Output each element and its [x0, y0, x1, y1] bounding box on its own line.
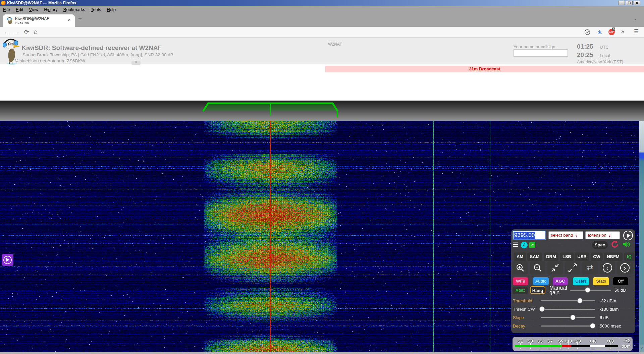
refresh-icon[interactable] [611, 240, 619, 248]
s-meter-unit: dBm [622, 344, 631, 349]
panel-tab-agc[interactable]: AGC [553, 277, 568, 285]
mode-button-am[interactable]: AM [514, 252, 526, 261]
speaker-icon[interactable] [622, 240, 631, 248]
frequency-scale[interactable]: 9.370 MHz9.375 MHz9.380 MHz9.385 MHz9.39… [0, 101, 644, 121]
mode-button-cw[interactable]: CW [591, 252, 603, 261]
s-meter-tick [560, 343, 561, 345]
slider-label-threshold: Threshold [513, 298, 532, 303]
s-meter-tick [520, 343, 521, 345]
tab-close-icon[interactable]: × [68, 17, 71, 22]
mode-button-lsb[interactable]: LSB [560, 252, 574, 261]
mode-button-drm[interactable]: DRM [544, 252, 558, 261]
panel-tab-stats[interactable]: Stats [593, 277, 609, 285]
reload-icon[interactable]: ⟳ [24, 29, 29, 35]
window-title-bar: KiwiSDR@W2NAF — Mozilla Firefox _ ❐ ✕ [0, 0, 644, 6]
select-band-dropdown[interactable]: select band∨ [548, 231, 583, 239]
minimize-button[interactable]: _ [618, 1, 625, 5]
scroll-up-chevron-icon[interactable]: ∧ [639, 120, 644, 124]
page-left-button[interactable]: ‹ [600, 261, 615, 275]
audio-start-button[interactable] [2, 254, 13, 266]
menu-history[interactable]: History [44, 7, 57, 12]
menu-file[interactable]: File [3, 7, 10, 12]
frequency-value: 9395.00 [514, 232, 535, 239]
zoom-out-button[interactable] [530, 261, 545, 275]
header-collapse-chevron-icon[interactable]: ∨ [131, 61, 141, 65]
slider-track[interactable] [541, 317, 595, 318]
close-window-button[interactable]: ✕ [634, 1, 640, 5]
zoom-out-max-button[interactable] [565, 261, 580, 275]
mode-button-sam[interactable]: SAM [527, 252, 542, 261]
home-icon[interactable]: ⌂ [34, 28, 38, 35]
forward-icon[interactable]: → [14, 29, 20, 35]
restore-button[interactable]: ❐ [626, 1, 633, 5]
grid-link[interactable]: FN21ei [90, 52, 105, 57]
scroll-down-chevron-icon[interactable]: ∨ [639, 345, 644, 352]
autoscale-button[interactable]: A [521, 242, 528, 248]
slider-knob-thresh-cw[interactable] [539, 306, 545, 312]
s-meter-tick-label: +40 [589, 339, 597, 344]
agc-button[interactable]: AGC [513, 287, 528, 294]
s-meter-value: -72 [623, 338, 631, 343]
menu-edit[interactable]: Edit [16, 7, 23, 12]
mode-button-usb[interactable]: USB [575, 252, 589, 261]
s-meter-tick-label: S9 [558, 339, 564, 344]
kiwisdr-browser-window: KiwiSDR@W2NAF — Mozilla Firefox _ ❐ ✕ Fi… [0, 0, 644, 354]
bluebison-link[interactable]: © bluebison.net [15, 58, 46, 63]
s-meter-tick [550, 343, 550, 345]
slider-track[interactable] [541, 309, 595, 310]
overflow-icon[interactable]: » [621, 29, 624, 34]
menu-tools[interactable]: Tools [91, 7, 101, 12]
panel-hamburger-icon[interactable]: ☰ [513, 240, 519, 248]
s-meter-bar-segment [605, 345, 618, 347]
panel-tab-wf9[interactable]: WF9 [513, 277, 528, 285]
s-meter-bar-segment [590, 345, 605, 347]
s-meter-tick-label: S5 [537, 339, 543, 344]
map-link[interactable]: map [132, 52, 141, 57]
callsign-input[interactable] [514, 49, 568, 57]
menu-help[interactable]: Help [107, 7, 116, 12]
passband-indicator[interactable] [0, 101, 644, 121]
callsign-label: Your name or callsign: [514, 44, 556, 49]
panel-tab-off[interactable]: Off [613, 277, 628, 285]
slider-track[interactable] [541, 326, 595, 327]
slider-value: -130 dBm [600, 307, 619, 312]
kiwisdr-page-header: KiwiSDR: Software-defined receiver at W2… [0, 38, 644, 64]
panel-play-button[interactable] [623, 231, 633, 240]
pocket-icon[interactable] [584, 29, 590, 35]
gain-slider-track[interactable] [570, 290, 611, 291]
spectrum-button[interactable]: Spec [592, 241, 608, 249]
hamburger-menu-icon[interactable]: ☰ [634, 29, 639, 34]
extension-dropdown[interactable]: extension∨ [585, 231, 620, 239]
slider-value: -32 dBm [600, 298, 616, 303]
slider-knob-decay[interactable] [590, 323, 595, 329]
menu-bookmarks[interactable]: Bookmarks [63, 7, 85, 12]
adblock-icon[interactable]: ABP 5 [608, 29, 615, 35]
hang-button[interactable]: Hang [530, 286, 545, 294]
slider-track[interactable] [541, 300, 595, 301]
band-bar-31m[interactable]: 31m Broadcast [325, 66, 644, 72]
downloads-icon[interactable] [597, 29, 603, 35]
tab-kiwisdr[interactable]: KiwiSDR@W2NAF PLAYING × [3, 14, 75, 27]
s-meter-tick-label: +10 [565, 339, 572, 344]
new-tab-button[interactable]: + [78, 15, 82, 22]
s-meter-tick [593, 343, 593, 345]
mode-button-nbfm[interactable]: NBFM [604, 252, 623, 261]
list-tabs-chevron-icon[interactable]: ⌄ [633, 16, 637, 22]
back-icon[interactable]: ← [4, 29, 10, 35]
frequency-input[interactable]: 9395.00 [513, 231, 546, 240]
menu-view[interactable]: View [29, 7, 38, 12]
panel-tab-audio[interactable]: Audio [533, 277, 549, 285]
mode-button-iq[interactable]: IQ [624, 252, 635, 261]
s-meter-tick-label: S3 [528, 339, 533, 344]
window-bottom-border [0, 352, 644, 354]
page-right-button[interactable]: › [617, 261, 633, 275]
s-meter-tick [560, 348, 561, 349]
external-link-arrow-icon[interactable]: ↗ [529, 242, 535, 248]
panel-tab-users[interactable]: Users [573, 277, 589, 285]
s-meter-tick [593, 348, 593, 349]
zoom-to-band-button[interactable] [547, 261, 563, 275]
page-swap-button[interactable]: ⇄ [582, 261, 598, 275]
tab-favicon-kiwi-icon [6, 17, 13, 24]
s-meter-tick [568, 343, 569, 345]
zoom-in-button[interactable] [513, 261, 528, 275]
